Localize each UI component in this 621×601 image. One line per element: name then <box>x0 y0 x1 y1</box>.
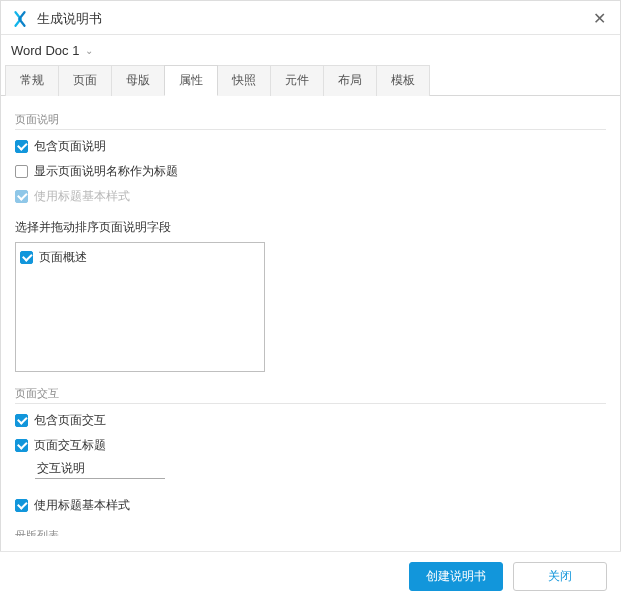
checkbox-include-page-notes[interactable] <box>15 140 28 153</box>
section-header-masters: 母版列表 <box>15 528 606 536</box>
section-header-page-ix: 页面交互 <box>15 386 606 404</box>
list-item[interactable]: 页面概述 <box>20 247 260 268</box>
section-header-page-notes: 页面说明 <box>15 112 606 130</box>
titlebar: 生成说明书 ✕ <box>1 1 620 35</box>
checkbox-label: 页面交互标题 <box>34 437 106 454</box>
tab-bar: 常规 页面 母版 属性 快照 元件 布局 模板 <box>1 64 620 96</box>
tab-page[interactable]: 页面 <box>58 65 112 96</box>
window-title: 生成说明书 <box>37 10 589 28</box>
page-notes-fields-list[interactable]: 页面概述 <box>15 242 265 372</box>
chevron-down-icon: ⌄ <box>85 45 93 56</box>
close-icon[interactable]: ✕ <box>589 9 610 28</box>
tab-widget[interactable]: 元件 <box>270 65 324 96</box>
drag-sort-label: 选择并拖动排序页面说明字段 <box>15 219 606 236</box>
app-logo-icon <box>11 10 29 28</box>
checkbox-row-include-page-ix[interactable]: 包含页面交互 <box>15 408 606 433</box>
checkbox-label: 使用标题基本样式 <box>34 497 130 514</box>
checkbox-use-heading-basic-2[interactable] <box>15 499 28 512</box>
tab-master[interactable]: 母版 <box>111 65 165 96</box>
tab-content: 页面说明 包含页面说明 显示页面说明名称作为标题 使用标题基本样式 选择并拖动排… <box>1 96 620 536</box>
footer: 创建说明书 关闭 <box>0 551 621 601</box>
checkbox-include-page-ix[interactable] <box>15 414 28 427</box>
checkbox-use-heading-basic <box>15 190 28 203</box>
list-item-label: 页面概述 <box>39 249 87 266</box>
checkbox-field-0[interactable] <box>20 251 33 264</box>
tab-layout[interactable]: 布局 <box>323 65 377 96</box>
checkbox-label: 包含页面交互 <box>34 412 106 429</box>
checkbox-page-ix-title[interactable] <box>15 439 28 452</box>
checkbox-row-use-heading-basic: 使用标题基本样式 <box>15 184 606 209</box>
checkbox-label: 使用标题基本样式 <box>34 188 130 205</box>
checkbox-show-name-title[interactable] <box>15 165 28 178</box>
page-ix-title-input[interactable] <box>35 458 165 479</box>
tab-properties[interactable]: 属性 <box>164 65 218 96</box>
tab-general[interactable]: 常规 <box>5 65 59 96</box>
checkbox-label: 显示页面说明名称作为标题 <box>34 163 178 180</box>
doc-name: Word Doc 1 <box>11 43 79 58</box>
create-button[interactable]: 创建说明书 <box>409 562 503 591</box>
checkbox-row-show-name-title[interactable]: 显示页面说明名称作为标题 <box>15 159 606 184</box>
checkbox-row-use-heading-basic-2[interactable]: 使用标题基本样式 <box>15 493 606 518</box>
checkbox-row-page-ix-title[interactable]: 页面交互标题 <box>15 433 606 458</box>
checkbox-row-include-page-notes[interactable]: 包含页面说明 <box>15 134 606 159</box>
tab-template[interactable]: 模板 <box>376 65 430 96</box>
doc-selector[interactable]: Word Doc 1 ⌄ <box>1 35 620 62</box>
close-button[interactable]: 关闭 <box>513 562 607 591</box>
tab-snapshot[interactable]: 快照 <box>217 65 271 96</box>
checkbox-label: 包含页面说明 <box>34 138 106 155</box>
